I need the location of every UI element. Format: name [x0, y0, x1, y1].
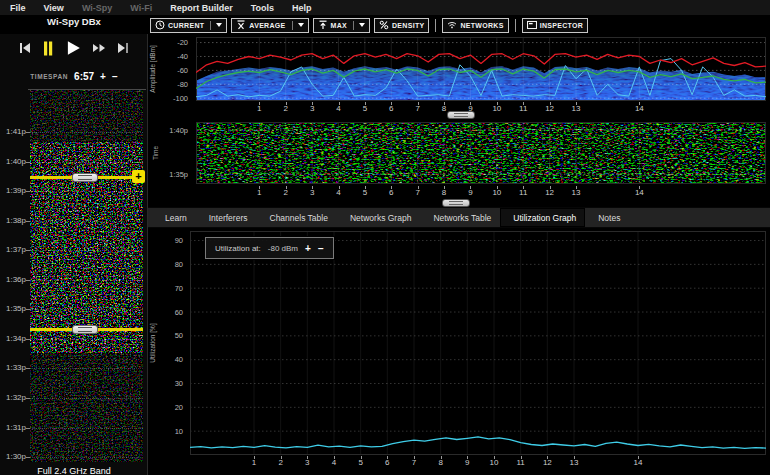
channel-label: 9 — [457, 458, 477, 467]
utilization-graph[interactable] — [190, 231, 766, 455]
time-waterfall-noise-texture — [196, 122, 766, 184]
menu-item-help[interactable]: Help — [292, 3, 312, 13]
waterfall-timestamp: 1:34p — [0, 334, 26, 343]
menu-item-file[interactable]: File — [10, 3, 26, 13]
channel-label: 14 — [629, 104, 649, 113]
splitter-grip-amplitude[interactable] — [447, 111, 475, 119]
channel-label: 5 — [355, 104, 375, 113]
chanalyzer-window: FileViewWi-SpyWi-FiReport BuilderToolsHe… — [0, 0, 770, 475]
selection-start-handle[interactable] — [72, 173, 98, 182]
tab-label: Utilization Graph — [513, 213, 576, 223]
channel-label: 12 — [537, 458, 557, 467]
ytick-label: -20 — [177, 38, 188, 47]
channel-label: 6 — [377, 458, 397, 467]
percent-icon — [379, 20, 389, 30]
tab-label: Learn — [165, 213, 187, 223]
ytick-label: 60 — [175, 308, 183, 317]
density-button-label: DENSITY — [392, 22, 424, 29]
channel-label: 12 — [540, 104, 560, 113]
chevron-down-icon — [298, 23, 304, 27]
channel-label: 9 — [460, 188, 480, 197]
tab-utilization-graph[interactable]: Utilization Graph — [500, 208, 585, 227]
add-selection-button[interactable]: + — [132, 170, 145, 183]
clock-icon — [155, 20, 165, 30]
max-button-label: MAX — [331, 22, 347, 29]
ytick-label: 30 — [175, 379, 183, 388]
max-button[interactable]: MAX — [313, 18, 370, 33]
channel-label: 13 — [564, 458, 584, 467]
menu-item-view[interactable]: View — [44, 3, 64, 13]
tab-label: Channels Table — [270, 213, 328, 223]
channel-label: 8 — [431, 458, 451, 467]
skip-start-button[interactable] — [19, 42, 31, 54]
waterfall-timestamp: 1:39p — [0, 186, 26, 195]
timespan-label: TIMESPAN — [30, 73, 68, 80]
tab-networks-table[interactable]: Networks Table — [420, 208, 500, 227]
channel-label: 4 — [329, 188, 349, 197]
ytick-label: 40 — [175, 355, 183, 364]
channel-label: 4 — [329, 104, 349, 113]
average-button[interactable]: AVERAGE — [231, 18, 308, 33]
device-title: Wi-Spy DBx — [0, 16, 148, 27]
tab-label: Networks Graph — [350, 213, 411, 223]
density-button[interactable]: DENSITY — [374, 18, 429, 33]
tab-interferers[interactable]: Interferers — [196, 208, 257, 227]
amplitude-axis-label: Amplitude [dBm] — [148, 37, 158, 101]
max-icon — [318, 20, 328, 30]
pause-button[interactable] — [42, 41, 54, 56]
inspector-icon — [527, 20, 537, 30]
tab-label: Networks Table — [433, 213, 491, 223]
tab-channels-table[interactable]: Channels Table — [257, 208, 337, 227]
utilization-threshold-value: -80 dBm — [268, 244, 298, 253]
threshold-decrease-button[interactable]: − — [318, 244, 324, 253]
timespan-decrease-button[interactable]: − — [112, 72, 118, 82]
networks-button[interactable]: NETWORKS — [442, 18, 508, 33]
waterfall-gridline — [30, 368, 143, 369]
inspector-button-label: INSPECTOR — [540, 22, 583, 29]
channel-label: 13 — [566, 104, 586, 113]
waterfall-navigation[interactable] — [30, 90, 143, 462]
waterfall-timestamp: 1:32p — [0, 393, 26, 402]
utilization-channel-axis: 1234567891011121314 — [190, 456, 766, 468]
waterfall-timestamp: 1:31p — [0, 423, 26, 432]
waterfall-timestamp: 1:35p — [0, 304, 26, 313]
skip-end-button[interactable] — [117, 42, 129, 54]
chevron-down-icon — [359, 23, 365, 27]
timespan-increase-button[interactable]: + — [100, 72, 106, 82]
channel-label: 2 — [276, 104, 296, 113]
dropdown-divider — [210, 21, 211, 30]
tab-networks-graph[interactable]: Networks Graph — [337, 208, 420, 227]
dropdown-divider — [292, 21, 293, 30]
fast-forward-button[interactable] — [92, 43, 106, 53]
amplitude-channel-axis: 1234567891011121314 — [196, 102, 766, 114]
current-button[interactable]: CURRENT — [150, 18, 227, 33]
splitter-grip-tabs[interactable] — [442, 199, 470, 207]
menu-item-report-builder[interactable]: Report Builder — [170, 3, 233, 13]
channel-label: 6 — [381, 104, 401, 113]
ytick-label: -40 — [177, 52, 188, 61]
timespan-value: 6:57 — [74, 71, 94, 82]
time-waterfall-channel-axis: 1234567891011121314 — [196, 186, 766, 198]
amplitude-graph[interactable] — [196, 37, 766, 101]
ytick-label: 20 — [175, 403, 183, 412]
time-waterfall[interactable] — [196, 122, 766, 184]
selection-end-handle[interactable] — [72, 325, 98, 334]
waterfall-gridline — [30, 428, 143, 429]
waterfall-timestamp: 1:33p — [0, 363, 26, 372]
waterfall-timestamp: 1:40p — [0, 157, 26, 166]
tab-learn[interactable]: Learn — [152, 208, 196, 227]
waterfall-gridline — [30, 221, 143, 222]
threshold-increase-button[interactable]: + — [305, 244, 311, 253]
tab-label: Interferers — [209, 213, 248, 223]
playback-controls — [0, 40, 148, 56]
timespan-control: TIMESPAN 6:57 + − — [0, 71, 148, 82]
waterfall-gridline — [30, 132, 143, 133]
channel-label: 11 — [513, 188, 533, 197]
channel-label: 3 — [302, 188, 322, 197]
play-button[interactable] — [65, 40, 81, 56]
inspector-button[interactable]: INSPECTOR — [522, 18, 588, 33]
waterfall-gridline — [30, 398, 143, 399]
waterfall-timestamp: 1:36p — [0, 275, 26, 284]
tab-notes[interactable]: Notes — [585, 208, 629, 227]
menu-item-tools[interactable]: Tools — [251, 3, 274, 13]
